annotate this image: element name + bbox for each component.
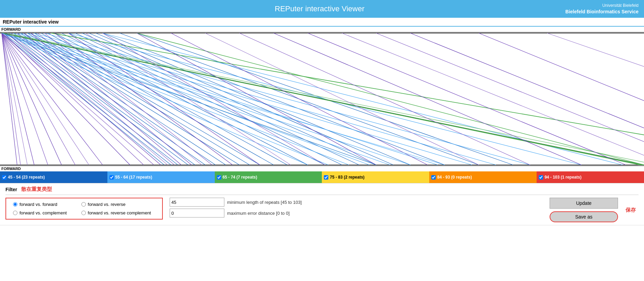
max-error-input[interactable] <box>170 209 224 217</box>
svg-line-10 <box>27 33 239 165</box>
save-annotation: 保存 <box>626 207 636 213</box>
svg-line-53 <box>2 33 34 165</box>
svg-line-75 <box>376 33 644 142</box>
svg-line-20 <box>89 33 393 165</box>
legend-label-4: 75 - 83 (2 repeats) <box>330 175 364 180</box>
update-button[interactable]: Update <box>550 198 618 209</box>
min-length-row: minimum length of repeats [45 to 103] <box>170 198 550 207</box>
repeat-visualization <box>0 32 644 166</box>
svg-line-55 <box>2 33 21 165</box>
svg-line-76 <box>410 33 644 128</box>
inputs-area: minimum length of repeats [45 to 103] ma… <box>170 198 550 217</box>
header-branding: Universität Bielefeld Bielefeld Bioinfor… <box>565 3 639 15</box>
filter-body: forward vs. forward forward vs. reverse … <box>5 198 639 222</box>
svg-line-29 <box>14 33 390 165</box>
forward-label-bottom: FORWARD <box>0 166 644 171</box>
max-error-desc: maximum error distance [0 to 0] <box>227 211 290 216</box>
header: REPuter interactive Viewer Universität B… <box>0 0 644 18</box>
svg-line-73 <box>308 33 626 165</box>
max-error-row: maximum error distance [0 to 0] <box>170 209 550 217</box>
legend-checkbox-3[interactable] <box>217 175 221 180</box>
radio-item-fvc[interactable]: forward vs. complement <box>13 210 71 215</box>
radio-item-fvf[interactable]: forward vs. forward <box>13 202 71 207</box>
legend-item-1[interactable]: 45 - 54 (23 repeats) <box>0 171 107 183</box>
legend-checkbox-5[interactable] <box>431 175 436 180</box>
visualization-container: FORWARD <box>0 27 644 183</box>
svg-line-68 <box>137 33 376 165</box>
svg-line-54 <box>2 33 27 165</box>
saveas-button[interactable]: Save as <box>550 211 618 222</box>
min-length-input[interactable] <box>170 198 224 207</box>
svg-line-9 <box>24 33 226 165</box>
legend-item-3[interactable]: 65 - 74 (7 repeats) <box>215 171 322 183</box>
legend-checkbox-2[interactable] <box>109 175 114 180</box>
legend-label-2: 55 - 64 (17 repeats) <box>115 175 152 180</box>
svg-line-32 <box>27 33 472 165</box>
svg-line-74 <box>342 33 644 155</box>
radio-group-box: forward vs. forward forward vs. reverse … <box>5 198 163 220</box>
legend-label-5: 84 - 93 (0 repeats) <box>437 175 472 180</box>
svg-line-22 <box>103 33 445 165</box>
service-name: Bielefeld Bioinformatics Service <box>565 9 639 15</box>
app-title: REPuter interactive Viewer <box>74 4 565 13</box>
legend-checkbox-1[interactable] <box>2 175 6 180</box>
svg-line-71 <box>239 33 530 165</box>
radio-forward-vs-reverse[interactable] <box>81 202 86 207</box>
svg-line-66 <box>86 33 291 165</box>
radio-label-fvc[interactable]: forward vs. complement <box>19 210 67 215</box>
svg-line-47 <box>3 33 144 165</box>
svg-line-63 <box>44 33 212 165</box>
legend-label-1: 45 - 54 (23 repeats) <box>8 175 45 180</box>
university-name: Universität Bielefeld <box>565 3 639 9</box>
min-length-desc: minimum length of repeats [45 to 103] <box>227 200 302 205</box>
svg-line-65 <box>68 33 260 165</box>
svg-line-43 <box>2 33 644 165</box>
legend-item-4[interactable]: 75 - 83 (2 repeats) <box>322 171 429 183</box>
svg-line-46 <box>2 33 130 165</box>
radio-label-fvf[interactable]: forward vs. forward <box>19 202 57 207</box>
filter-header: Filter 散在重复类型 <box>5 186 639 193</box>
svg-line-64 <box>55 33 233 165</box>
svg-line-80 <box>2 33 445 165</box>
buttons-area: Update Save as <box>550 198 639 222</box>
buttons-wrapper: Update Save as 保存 <box>550 198 639 222</box>
legend-label-6: 94 - 103 (1 repeats) <box>544 175 581 180</box>
radio-forward-vs-forward[interactable] <box>13 202 17 207</box>
radio-label-fvrc[interactable]: forward vs. reverse complement <box>88 210 151 215</box>
svg-line-62 <box>38 33 202 165</box>
legend-label-3: 65 - 74 (7 repeats) <box>223 175 257 180</box>
legend-checkbox-4[interactable] <box>324 175 328 180</box>
filter-section: Filter 散在重复类型 forward vs. forward forwar… <box>0 183 644 225</box>
legend-item-5[interactable]: 84 - 93 (0 repeats) <box>429 171 537 183</box>
svg-line-77 <box>479 33 644 101</box>
svg-line-34 <box>44 33 530 165</box>
radio-label-fvr[interactable]: forward vs. reverse <box>88 202 126 207</box>
forward-label-top: FORWARD <box>0 27 644 32</box>
legend-checkbox-6[interactable] <box>539 175 543 180</box>
legend-item-2[interactable]: 55 - 64 (17 repeats) <box>107 171 215 183</box>
legend-bar: 45 - 54 (23 repeats) 55 - 64 (17 repeats… <box>0 171 644 183</box>
filter-category: 散在重复类型 <box>21 186 52 193</box>
svg-line-78 <box>547 33 644 67</box>
svg-line-59 <box>17 33 174 165</box>
svg-line-70 <box>205 33 479 165</box>
radio-item-fvrc[interactable]: forward vs. reverse complement <box>81 210 155 215</box>
legend-item-6[interactable]: 94 - 103 (1 repeats) <box>537 171 644 183</box>
svg-line-69 <box>171 33 428 165</box>
radio-item-fvr[interactable]: forward vs. reverse <box>81 202 155 207</box>
radio-forward-vs-complement[interactable] <box>13 211 17 215</box>
svg-line-17 <box>68 33 342 165</box>
radio-forward-vs-reverse-complement[interactable] <box>81 211 86 215</box>
page-title: REPuter interactive view <box>0 18 644 27</box>
filter-label: Filter <box>5 187 17 192</box>
